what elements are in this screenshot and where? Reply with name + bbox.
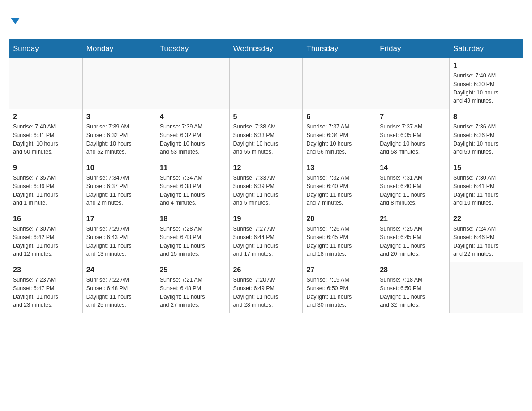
calendar-cell: 2Sunrise: 7:40 AMSunset: 6:31 PMDaylight… xyxy=(9,109,83,160)
calendar-cell: 19Sunrise: 7:27 AMSunset: 6:44 PMDayligh… xyxy=(229,211,303,262)
day-number: 16 xyxy=(13,215,79,223)
logo-text xyxy=(9,13,20,26)
calendar-cell: 1Sunrise: 7:40 AMSunset: 6:30 PMDaylight… xyxy=(450,58,523,109)
day-info: Sunrise: 7:34 AMSunset: 6:37 PMDaylight:… xyxy=(86,174,152,207)
calendar-cell: 8Sunrise: 7:36 AMSunset: 6:36 PMDaylight… xyxy=(450,109,523,160)
day-number: 22 xyxy=(453,215,519,223)
day-number: 13 xyxy=(306,164,372,172)
weekday-header-tuesday: Tuesday xyxy=(156,40,229,58)
day-info: Sunrise: 7:34 AMSunset: 6:38 PMDaylight:… xyxy=(160,174,226,207)
calendar-week-5: 23Sunrise: 7:23 AMSunset: 6:47 PMDayligh… xyxy=(9,262,523,313)
calendar-cell: 3Sunrise: 7:39 AMSunset: 6:32 PMDaylight… xyxy=(82,109,156,160)
day-number: 1 xyxy=(453,62,519,70)
day-info: Sunrise: 7:40 AMSunset: 6:31 PMDaylight:… xyxy=(13,123,79,156)
weekday-header-wednesday: Wednesday xyxy=(229,40,303,58)
calendar-cell: 23Sunrise: 7:23 AMSunset: 6:47 PMDayligh… xyxy=(9,262,83,313)
day-number: 27 xyxy=(306,266,372,274)
day-number: 21 xyxy=(380,215,446,223)
day-info: Sunrise: 7:19 AMSunset: 6:50 PMDaylight:… xyxy=(306,276,372,309)
calendar-cell: 24Sunrise: 7:22 AMSunset: 6:48 PMDayligh… xyxy=(82,262,156,313)
day-info: Sunrise: 7:24 AMSunset: 6:46 PMDaylight:… xyxy=(453,225,519,258)
day-info: Sunrise: 7:36 AMSunset: 6:36 PMDaylight:… xyxy=(453,123,519,156)
day-number: 24 xyxy=(86,266,152,274)
day-info: Sunrise: 7:30 AMSunset: 6:41 PMDaylight:… xyxy=(453,174,519,207)
calendar-cell: 27Sunrise: 7:19 AMSunset: 6:50 PMDayligh… xyxy=(303,262,376,313)
weekday-header-friday: Friday xyxy=(376,40,450,58)
logo-triangle-icon xyxy=(11,18,20,24)
weekday-header-thursday: Thursday xyxy=(303,40,376,58)
calendar-cell: 6Sunrise: 7:37 AMSunset: 6:34 PMDaylight… xyxy=(303,109,376,160)
day-number: 5 xyxy=(233,113,299,121)
calendar-cell: 5Sunrise: 7:38 AMSunset: 6:33 PMDaylight… xyxy=(229,109,303,160)
calendar-cell: 28Sunrise: 7:18 AMSunset: 6:50 PMDayligh… xyxy=(376,262,450,313)
day-number: 3 xyxy=(86,113,152,121)
calendar-week-1: 1Sunrise: 7:40 AMSunset: 6:30 PMDaylight… xyxy=(9,58,523,109)
day-info: Sunrise: 7:23 AMSunset: 6:47 PMDaylight:… xyxy=(13,276,79,309)
page-header xyxy=(9,9,523,30)
calendar-cell xyxy=(303,58,376,109)
day-info: Sunrise: 7:21 AMSunset: 6:48 PMDaylight:… xyxy=(160,276,226,309)
day-number: 23 xyxy=(13,266,79,274)
day-number: 14 xyxy=(380,164,446,172)
calendar-cell xyxy=(376,58,450,109)
calendar-cell xyxy=(82,58,156,109)
day-info: Sunrise: 7:18 AMSunset: 6:50 PMDaylight:… xyxy=(380,276,446,309)
day-number: 19 xyxy=(233,215,299,223)
calendar-cell xyxy=(229,58,303,109)
day-number: 2 xyxy=(13,113,79,121)
day-info: Sunrise: 7:28 AMSunset: 6:43 PMDaylight:… xyxy=(160,225,226,258)
calendar-cell: 20Sunrise: 7:26 AMSunset: 6:45 PMDayligh… xyxy=(303,211,376,262)
calendar-cell: 7Sunrise: 7:37 AMSunset: 6:35 PMDaylight… xyxy=(376,109,450,160)
weekday-header-sunday: Sunday xyxy=(9,40,83,58)
day-number: 26 xyxy=(233,266,299,274)
day-number: 28 xyxy=(380,266,446,274)
day-number: 18 xyxy=(160,215,226,223)
weekday-header-monday: Monday xyxy=(82,40,156,58)
day-info: Sunrise: 7:37 AMSunset: 6:35 PMDaylight:… xyxy=(380,123,446,156)
calendar-table: SundayMondayTuesdayWednesdayThursdayFrid… xyxy=(9,39,523,313)
day-number: 6 xyxy=(306,113,372,121)
calendar-cell: 18Sunrise: 7:28 AMSunset: 6:43 PMDayligh… xyxy=(156,211,229,262)
logo xyxy=(9,13,20,26)
day-info: Sunrise: 7:27 AMSunset: 6:44 PMDaylight:… xyxy=(233,225,299,258)
calendar-cell xyxy=(450,262,523,313)
day-info: Sunrise: 7:22 AMSunset: 6:48 PMDaylight:… xyxy=(86,276,152,309)
day-info: Sunrise: 7:35 AMSunset: 6:36 PMDaylight:… xyxy=(13,174,79,207)
day-info: Sunrise: 7:26 AMSunset: 6:45 PMDaylight:… xyxy=(306,225,372,258)
calendar-week-3: 9Sunrise: 7:35 AMSunset: 6:36 PMDaylight… xyxy=(9,160,523,211)
calendar-cell: 10Sunrise: 7:34 AMSunset: 6:37 PMDayligh… xyxy=(82,160,156,211)
weekday-header-row: SundayMondayTuesdayWednesdayThursdayFrid… xyxy=(9,40,523,58)
day-number: 20 xyxy=(306,215,372,223)
calendar-cell: 22Sunrise: 7:24 AMSunset: 6:46 PMDayligh… xyxy=(450,211,523,262)
calendar-week-4: 16Sunrise: 7:30 AMSunset: 6:42 PMDayligh… xyxy=(9,211,523,262)
day-number: 12 xyxy=(233,164,299,172)
calendar-cell: 12Sunrise: 7:33 AMSunset: 6:39 PMDayligh… xyxy=(229,160,303,211)
calendar-cell: 21Sunrise: 7:25 AMSunset: 6:45 PMDayligh… xyxy=(376,211,450,262)
day-info: Sunrise: 7:29 AMSunset: 6:43 PMDaylight:… xyxy=(86,225,152,258)
day-number: 7 xyxy=(380,113,446,121)
calendar-cell: 16Sunrise: 7:30 AMSunset: 6:42 PMDayligh… xyxy=(9,211,83,262)
calendar-cell: 17Sunrise: 7:29 AMSunset: 6:43 PMDayligh… xyxy=(82,211,156,262)
day-info: Sunrise: 7:25 AMSunset: 6:45 PMDaylight:… xyxy=(380,225,446,258)
day-number: 9 xyxy=(13,164,79,172)
day-info: Sunrise: 7:30 AMSunset: 6:42 PMDaylight:… xyxy=(13,225,79,258)
day-number: 17 xyxy=(86,215,152,223)
day-info: Sunrise: 7:31 AMSunset: 6:40 PMDaylight:… xyxy=(380,174,446,207)
weekday-header-saturday: Saturday xyxy=(450,40,523,58)
day-info: Sunrise: 7:38 AMSunset: 6:33 PMDaylight:… xyxy=(233,123,299,156)
day-info: Sunrise: 7:33 AMSunset: 6:39 PMDaylight:… xyxy=(233,174,299,207)
day-number: 10 xyxy=(86,164,152,172)
day-info: Sunrise: 7:20 AMSunset: 6:49 PMDaylight:… xyxy=(233,276,299,309)
day-info: Sunrise: 7:40 AMSunset: 6:30 PMDaylight:… xyxy=(453,72,519,105)
day-info: Sunrise: 7:39 AMSunset: 6:32 PMDaylight:… xyxy=(86,123,152,156)
day-number: 25 xyxy=(160,266,226,274)
day-number: 11 xyxy=(160,164,226,172)
calendar-week-2: 2Sunrise: 7:40 AMSunset: 6:31 PMDaylight… xyxy=(9,109,523,160)
calendar-cell: 9Sunrise: 7:35 AMSunset: 6:36 PMDaylight… xyxy=(9,160,83,211)
calendar-cell: 26Sunrise: 7:20 AMSunset: 6:49 PMDayligh… xyxy=(229,262,303,313)
calendar-cell: 11Sunrise: 7:34 AMSunset: 6:38 PMDayligh… xyxy=(156,160,229,211)
calendar-cell: 13Sunrise: 7:32 AMSunset: 6:40 PMDayligh… xyxy=(303,160,376,211)
calendar-cell: 15Sunrise: 7:30 AMSunset: 6:41 PMDayligh… xyxy=(450,160,523,211)
calendar-cell: 25Sunrise: 7:21 AMSunset: 6:48 PMDayligh… xyxy=(156,262,229,313)
calendar-cell xyxy=(9,58,83,109)
